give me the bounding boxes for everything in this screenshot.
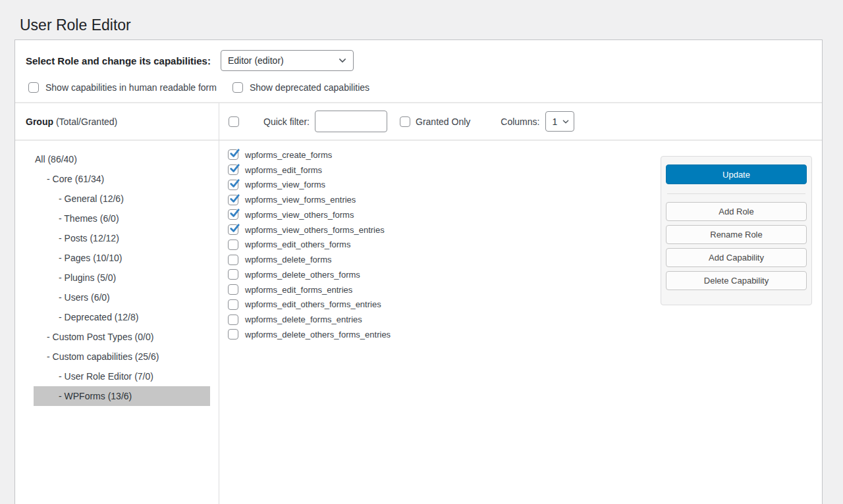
- group-tree-item-label: - Plugins (5/0): [59, 272, 116, 283]
- capabilities-list: wpforms_create_forms wpforms_edit_forms …: [219, 141, 654, 342]
- group-tree-item-label: - Core (61/34): [47, 174, 104, 184]
- capability-row: wpforms_delete_others_forms_entries: [228, 327, 654, 342]
- select-all-checkbox[interactable]: [229, 116, 239, 127]
- granted-only-label: Granted Only: [416, 116, 470, 127]
- capability-checkbox[interactable]: [228, 269, 238, 280]
- capability-row: wpforms_view_others_forms: [228, 207, 654, 222]
- filter-bar: Quick filter: Granted Only Columns: 1: [219, 103, 822, 139]
- columns-select[interactable]: 1: [545, 111, 574, 132]
- capability-label: wpforms_edit_forms: [245, 165, 322, 175]
- group-tree-item[interactable]: All (86/40): [34, 149, 210, 169]
- group-tree-item-label: - WPForms (13/6): [59, 391, 132, 401]
- group-header-rest: (Total/Granted): [53, 116, 117, 127]
- chevron-down-icon: [562, 118, 570, 126]
- capability-row: wpforms_edit_forms: [228, 163, 654, 178]
- capability-label: wpforms_view_forms_entries: [245, 195, 356, 205]
- columns-select-value: 1: [552, 116, 557, 127]
- group-tree-item[interactable]: - Plugins (5/0): [34, 268, 210, 288]
- chevron-down-icon: [338, 56, 347, 65]
- group-tree-item[interactable]: - Users (6/0): [34, 288, 210, 307]
- capability-row: wpforms_edit_others_forms: [228, 238, 654, 253]
- capability-label: wpforms_delete_forms: [245, 255, 332, 265]
- capability-checkbox[interactable]: [228, 239, 238, 250]
- group-tree-item-label: - General (12/6): [59, 193, 124, 204]
- capability-label: wpforms_edit_others_forms_entries: [245, 299, 381, 309]
- granted-only-checkbox[interactable]: [400, 116, 410, 127]
- group-tree-item[interactable]: - Themes (6/0): [34, 209, 210, 228]
- group-header-bold: Group: [26, 116, 53, 127]
- select-role-label: Select Role and change its capabilities:: [26, 55, 211, 66]
- capability-checkbox[interactable]: [228, 284, 238, 295]
- capability-label: wpforms_create_forms: [245, 150, 332, 160]
- role-selection-row: Select Role and change its capabilities:…: [26, 49, 354, 72]
- show-deprecated-label: Show deprecated capabilities: [250, 82, 369, 93]
- capability-label: wpforms_view_others_forms_entries: [245, 225, 385, 235]
- columns-label: Columns:: [501, 116, 539, 127]
- group-column-header: Group (Total/Granted): [26, 103, 117, 139]
- show-deprecated-checkbox[interactable]: [232, 82, 243, 93]
- capability-row: wpforms_edit_forms_entries: [228, 282, 654, 297]
- add-capability-button[interactable]: Add Capability: [666, 248, 807, 267]
- capability-label: wpforms_view_others_forms: [245, 210, 354, 220]
- human-readable-label: Show capabilities in human readable form: [45, 82, 217, 93]
- capability-checkbox[interactable]: [228, 315, 238, 325]
- group-tree-item-label: - User Role Editor (7/0): [59, 371, 153, 382]
- actions-panel: Update Add Role Rename Role Add Capabili…: [661, 156, 812, 305]
- rename-role-button[interactable]: Rename Role: [666, 225, 807, 244]
- panel-divider: [667, 193, 805, 194]
- capability-row: wpforms_view_forms: [228, 178, 654, 193]
- role-select[interactable]: Editor (editor): [221, 50, 354, 71]
- capability-checkbox[interactable]: [228, 224, 238, 235]
- group-tree-item[interactable]: - User Role Editor (7/0): [34, 366, 210, 386]
- group-tree-item[interactable]: - General (12/6): [34, 189, 210, 209]
- group-tree-item-label: - Deprecated (12/8): [59, 312, 138, 322]
- quick-filter-label: Quick filter:: [263, 116, 310, 127]
- capability-label: wpforms_edit_forms_entries: [245, 285, 352, 295]
- group-tree-item-label: - Posts (12/12): [59, 233, 119, 243]
- capability-row: wpforms_delete_forms: [228, 252, 654, 267]
- delete-capability-button[interactable]: Delete Capability: [666, 271, 807, 290]
- capability-checkbox[interactable]: [228, 209, 238, 220]
- display-options-row: Show capabilities in human readable form…: [28, 81, 369, 94]
- update-button[interactable]: Update: [666, 164, 807, 184]
- capability-label: wpforms_delete_others_forms_entries: [245, 330, 391, 340]
- capability-row: wpforms_view_forms_entries: [228, 192, 654, 207]
- group-tree-item-label: - Custom capabilities (25/6): [47, 351, 159, 362]
- user-role-editor-panel: Select Role and change its capabilities:…: [14, 39, 823, 504]
- capability-label: wpforms_edit_others_forms: [245, 239, 350, 249]
- capability-checkbox[interactable]: [228, 149, 238, 160]
- quick-filter-input[interactable]: [315, 111, 387, 132]
- capability-row: wpforms_view_others_forms_entries: [228, 222, 654, 238]
- group-tree-item-label: - Custom Post Types (0/0): [47, 332, 153, 342]
- add-role-button[interactable]: Add Role: [666, 202, 807, 221]
- group-tree-item[interactable]: - Core (61/34): [34, 169, 210, 189]
- group-tree-item[interactable]: - Pages (10/10): [34, 248, 210, 268]
- group-tree-item[interactable]: - Deprecated (12/8): [34, 307, 210, 327]
- capability-checkbox[interactable]: [228, 164, 238, 175]
- page-title: User Role Editor: [20, 16, 131, 36]
- capability-row: wpforms_delete_others_forms: [228, 267, 654, 282]
- capability-checkbox[interactable]: [228, 195, 238, 205]
- capability-row: wpforms_delete_forms_entries: [228, 312, 654, 327]
- group-tree-item-label: - Pages (10/10): [59, 253, 122, 263]
- group-tree-item[interactable]: - Custom capabilities (25/6): [34, 347, 210, 366]
- capability-row: wpforms_edit_others_forms_entries: [228, 297, 654, 313]
- group-tree-item[interactable]: - Custom Post Types (0/0): [34, 327, 210, 347]
- group-tree-item-label: All (86/40): [35, 154, 77, 164]
- capability-checkbox[interactable]: [228, 180, 238, 190]
- capability-row: wpforms_create_forms: [228, 147, 654, 163]
- group-tree-item-label: - Users (6/0): [59, 292, 110, 303]
- capability-checkbox[interactable]: [228, 255, 238, 265]
- capability-label: wpforms_delete_others_forms: [245, 270, 360, 280]
- capability-checkbox[interactable]: [228, 329, 238, 340]
- capability-label: wpforms_view_forms: [245, 180, 325, 189]
- group-tree-item[interactable]: - WPForms (13/6): [34, 386, 210, 406]
- role-select-value: Editor (editor): [228, 55, 284, 66]
- capability-checkbox[interactable]: [228, 299, 238, 310]
- group-tree-item-label: - Themes (6/0): [59, 213, 119, 224]
- group-tree: All (86/40) - Core (61/34) - General (12…: [15, 141, 219, 406]
- human-readable-checkbox[interactable]: [28, 82, 39, 93]
- capability-label: wpforms_delete_forms_entries: [245, 315, 362, 324]
- group-tree-item[interactable]: - Posts (12/12): [34, 228, 210, 248]
